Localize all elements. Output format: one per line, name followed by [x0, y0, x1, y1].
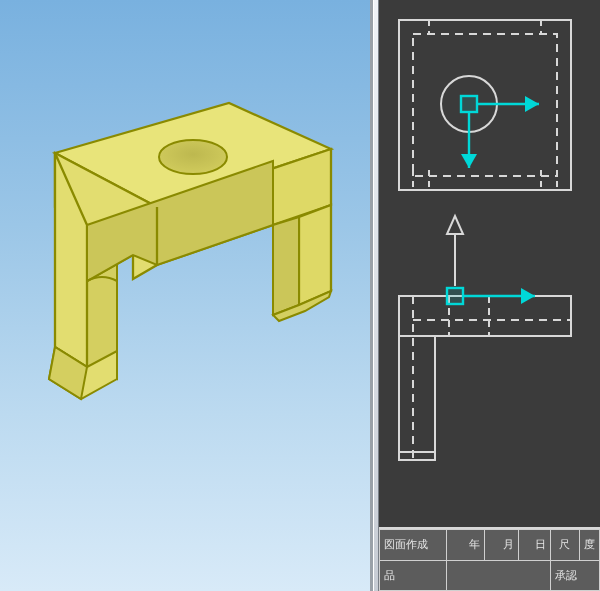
tb-product-value [446, 560, 550, 591]
app-root: 図面作成 年 月 日 尺 度 品 承認 [0, 0, 600, 591]
tb-approval-label: 承認 [550, 560, 599, 591]
svg-marker-8 [299, 205, 331, 305]
svg-marker-37 [521, 288, 535, 304]
tb-day-label: 日 [519, 530, 550, 561]
tb-scale-label-2: 度 [580, 530, 600, 561]
tb-drawing-created: 図面作成 [380, 530, 447, 561]
tb-product-label: 品 [380, 560, 447, 591]
tb-scale-label-1: 尺 [550, 530, 579, 561]
svg-marker-24 [525, 96, 539, 112]
drawing-views [379, 0, 600, 530]
model-bracket[interactable] [29, 95, 349, 425]
svg-point-2 [159, 140, 227, 174]
tb-year-label: 年 [446, 530, 484, 561]
svg-rect-22 [461, 96, 477, 112]
svg-marker-28 [447, 216, 463, 234]
title-block-row-2: 品 承認 [380, 560, 600, 591]
svg-marker-9 [273, 217, 299, 315]
viewport-3d[interactable] [0, 0, 373, 591]
title-block-row-1: 図面作成 年 月 日 尺 度 [380, 530, 600, 561]
viewport-2d-drawing[interactable]: 図面作成 年 月 日 尺 度 品 承認 [379, 0, 600, 591]
projection-arrow-up [447, 216, 463, 286]
side-view [399, 296, 571, 460]
svg-marker-26 [461, 154, 477, 168]
title-block: 図面作成 年 月 日 尺 度 品 承認 [379, 527, 600, 591]
tb-month-label: 月 [484, 530, 519, 561]
svg-rect-35 [447, 288, 463, 304]
datum-marker-side [447, 288, 535, 304]
